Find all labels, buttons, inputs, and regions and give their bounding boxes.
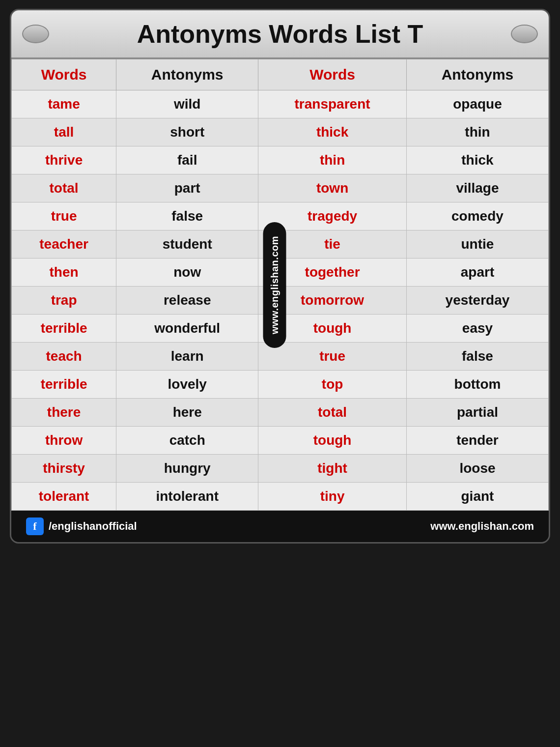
footer-social: /englishanofficial <box>49 520 137 533</box>
word-cell: thrive <box>12 146 116 174</box>
word-cell: true <box>258 343 407 371</box>
word-cell: terrible <box>12 315 116 343</box>
word-cell: throw <box>12 427 116 455</box>
table-row: thennowtogetherapart <box>12 259 549 287</box>
table-row: throwcatchtoughtender <box>12 427 549 455</box>
antonym-cell: part <box>116 174 258 202</box>
table-row: totalparttownvillage <box>12 174 549 202</box>
word-cell: tragedy <box>258 202 407 230</box>
word-cell: tiny <box>258 483 407 511</box>
antonym-cell: opaque <box>406 90 548 118</box>
table-row: tolerantintoleranttinygiant <box>12 483 549 511</box>
word-cell: tie <box>258 230 407 259</box>
antonyms-table: Words Antonyms Words Antonyms tamewildtr… <box>11 59 549 511</box>
antonym-cell: lovely <box>116 371 258 399</box>
table-row: tamewildtransparentopaque <box>12 90 549 118</box>
antonym-cell: student <box>116 230 258 259</box>
main-container: Antonyms Words List T Words Antonyms Wor… <box>10 9 550 544</box>
antonym-cell: fail <box>116 146 258 174</box>
header-oval-left <box>22 25 49 43</box>
word-cell: town <box>258 174 407 202</box>
page-title: Antonyms Words List T <box>137 19 423 49</box>
antonym-cell: untie <box>406 230 548 259</box>
table-row: terriblewonderfultougheasy <box>12 315 549 343</box>
table-row: thereheretotalpartial <box>12 399 549 427</box>
word-cell: trap <box>12 287 116 315</box>
antonym-cell: easy <box>406 315 548 343</box>
table-wrapper: Words Antonyms Words Antonyms tamewildtr… <box>11 59 549 511</box>
table-row: teachlearntruefalse <box>12 343 549 371</box>
antonym-cell: wild <box>116 90 258 118</box>
table-row: teacherstudenttieuntie <box>12 230 549 259</box>
col1-header: Words <box>12 59 116 90</box>
word-cell: total <box>12 174 116 202</box>
table-row: thrivefailthinthick <box>12 146 549 174</box>
watermark-container: Words Antonyms Words Antonyms tamewildtr… <box>11 59 549 511</box>
table-row: truefalsetragedycomedy <box>12 202 549 230</box>
word-cell: tall <box>12 118 116 146</box>
antonym-cell: wonderful <box>116 315 258 343</box>
antonym-cell: partial <box>406 399 548 427</box>
word-cell: thin <box>258 146 407 174</box>
antonym-cell: release <box>116 287 258 315</box>
antonym-cell: village <box>406 174 548 202</box>
word-cell: total <box>258 399 407 427</box>
word-cell: transparent <box>258 90 407 118</box>
antonym-cell: comedy <box>406 202 548 230</box>
antonym-cell: here <box>116 399 258 427</box>
table-header-row: Words Antonyms Words Antonyms <box>12 59 549 90</box>
word-cell: then <box>12 259 116 287</box>
header: Antonyms Words List T <box>11 10 549 59</box>
word-cell: tomorrow <box>258 287 407 315</box>
antonym-cell: loose <box>406 455 548 483</box>
word-cell: thick <box>258 118 407 146</box>
antonym-cell: tender <box>406 427 548 455</box>
antonym-cell: false <box>116 202 258 230</box>
table-row: tallshortthickthin <box>12 118 549 146</box>
col3-header: Words <box>258 59 407 90</box>
footer-website: www.englishan.com <box>430 520 534 533</box>
word-cell: tough <box>258 427 407 455</box>
header-oval-right <box>511 25 538 43</box>
table-row: trapreleasetomorrowyesterday <box>12 287 549 315</box>
word-cell: teach <box>12 343 116 371</box>
word-cell: terrible <box>12 371 116 399</box>
word-cell: together <box>258 259 407 287</box>
col2-header: Antonyms <box>116 59 258 90</box>
antonym-cell: thick <box>406 146 548 174</box>
word-cell: tolerant <box>12 483 116 511</box>
word-cell: true <box>12 202 116 230</box>
word-cell: tame <box>12 90 116 118</box>
word-cell: tight <box>258 455 407 483</box>
word-cell: there <box>12 399 116 427</box>
table-row: thirstyhungrytightloose <box>12 455 549 483</box>
antonym-cell: intolerant <box>116 483 258 511</box>
antonym-cell: hungry <box>116 455 258 483</box>
word-cell: tough <box>258 315 407 343</box>
table-row: terriblelovelytopbottom <box>12 371 549 399</box>
antonym-cell: learn <box>116 343 258 371</box>
facebook-icon: f <box>26 517 44 535</box>
antonym-cell: catch <box>116 427 258 455</box>
footer: f /englishanofficial www.englishan.com <box>11 511 549 542</box>
antonym-cell: bottom <box>406 371 548 399</box>
antonym-cell: short <box>116 118 258 146</box>
footer-left: f /englishanofficial <box>26 517 137 535</box>
antonym-cell: now <box>116 259 258 287</box>
antonym-cell: thin <box>406 118 548 146</box>
word-cell: teacher <box>12 230 116 259</box>
antonym-cell: yesterday <box>406 287 548 315</box>
word-cell: thirsty <box>12 455 116 483</box>
antonym-cell: apart <box>406 259 548 287</box>
antonym-cell: giant <box>406 483 548 511</box>
word-cell: top <box>258 371 407 399</box>
col4-header: Antonyms <box>406 59 548 90</box>
antonym-cell: false <box>406 343 548 371</box>
